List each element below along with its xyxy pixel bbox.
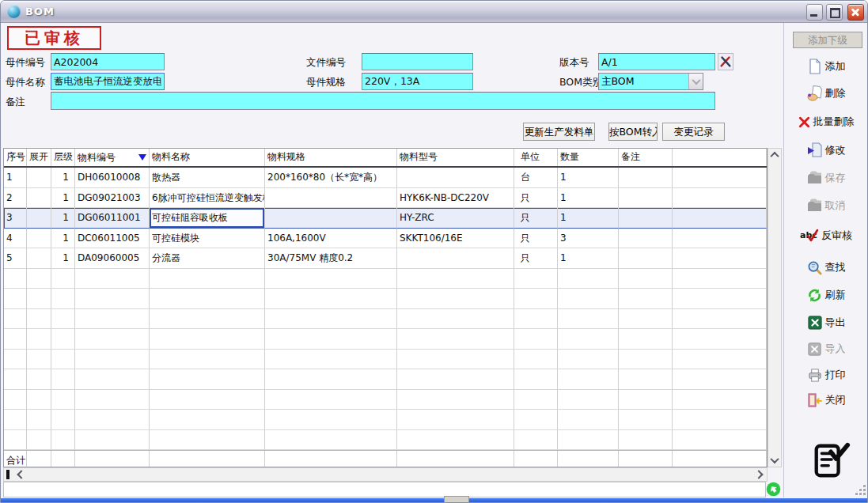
- cell-material-name[interactable]: 散热器: [150, 168, 265, 188]
- cell-blank[interactable]: [673, 188, 767, 209]
- cell-remark[interactable]: [619, 248, 673, 269]
- cell-material-spec[interactable]: [265, 208, 397, 229]
- cell-remark[interactable]: [619, 188, 673, 209]
- resize-grip[interactable]: [855, 484, 867, 497]
- cell-expand[interactable]: [27, 229, 51, 249]
- change-records-button[interactable]: 变更记录: [662, 123, 725, 141]
- sidebar-button-batch-delete[interactable]: 批量删除: [784, 113, 868, 130]
- cell-unit[interactable]: 只: [514, 188, 558, 209]
- cell-material-spec[interactable]: 30A/75MV 精度0.2: [265, 248, 397, 269]
- vertical-scrollbar[interactable]: [768, 148, 782, 467]
- horizontal-scrollbar[interactable]: [3, 467, 768, 482]
- cell-material-name[interactable]: 分流器: [150, 248, 265, 269]
- sidebar-button-find[interactable]: 查找: [784, 259, 868, 276]
- cell-material-model[interactable]: HYK6K-NB-DC220V: [397, 188, 514, 209]
- cell-material-no[interactable]: DG06011001: [75, 208, 150, 229]
- cell-unit[interactable]: 只: [514, 248, 558, 269]
- cell-remark[interactable]: [619, 229, 673, 249]
- cell-expand[interactable]: [27, 168, 51, 188]
- cell-material-name[interactable]: 可控硅模块: [150, 229, 265, 249]
- doc-no-field[interactable]: [362, 53, 473, 70]
- transfer-by-bom-button[interactable]: 按BOM转入: [608, 123, 658, 141]
- cell-material-model[interactable]: [397, 248, 514, 269]
- material-name-editbox[interactable]: 可控硅阻容吸收板: [150, 208, 265, 229]
- close-button[interactable]: [847, 4, 864, 21]
- header-material-spec[interactable]: 物料规格: [265, 149, 397, 166]
- remark-field[interactable]: [51, 92, 715, 110]
- sidebar-button-add[interactable]: 添加: [784, 58, 868, 75]
- cell-level[interactable]: 1: [51, 229, 75, 249]
- cell-level[interactable]: 1: [51, 188, 75, 209]
- header-material-no[interactable]: 物料编号: [75, 149, 150, 166]
- scroll-left-icon[interactable]: [15, 468, 28, 481]
- cell-qty[interactable]: 1: [558, 248, 619, 269]
- update-issue-list-button[interactable]: 更新生产发料单: [523, 123, 595, 141]
- cell-seq[interactable]: 2: [4, 188, 27, 209]
- cell-remark[interactable]: [619, 168, 673, 188]
- cell-level[interactable]: 1: [51, 168, 75, 188]
- splitter-handle[interactable]: [444, 496, 469, 503]
- cell-level[interactable]: 1: [51, 248, 75, 269]
- sidebar-button-print[interactable]: 打印: [784, 366, 868, 384]
- cell-qty[interactable]: 1: [558, 208, 619, 229]
- sidebar-button-close[interactable]: 关闭: [784, 391, 868, 409]
- maximize-button[interactable]: [826, 4, 843, 21]
- cell-qty[interactable]: 1: [558, 168, 619, 188]
- sidebar-button-export[interactable]: 导出: [784, 314, 868, 331]
- table-row[interactable]: 5 1 DA09060005 分流器 30A/75MV 精度0.2 只 1: [4, 248, 767, 269]
- cell-blank[interactable]: [673, 168, 767, 188]
- cell-blank[interactable]: [673, 229, 767, 249]
- cell-qty[interactable]: 3: [558, 229, 619, 249]
- table-row[interactable]: 4 1 DC06011005 可控硅模块 106A,1600V SKKT106/…: [4, 229, 767, 249]
- cell-material-no[interactable]: DA09060005: [75, 248, 150, 269]
- scroll-right-icon[interactable]: [752, 468, 765, 481]
- cell-material-no[interactable]: DH06010008: [75, 168, 150, 188]
- header-material-name[interactable]: 物料名称: [150, 149, 265, 166]
- cell-material-model[interactable]: SKKT106/16E: [397, 229, 514, 249]
- cell-remark[interactable]: [619, 208, 673, 229]
- cell-seq[interactable]: 4: [4, 229, 27, 249]
- cell-material-spec[interactable]: 106A,1600V: [265, 229, 397, 249]
- cell-material-spec[interactable]: 200*160*80（长*宽*高）: [265, 168, 397, 188]
- cell-unit[interactable]: 只: [514, 229, 558, 249]
- parent-spec-field[interactable]: [362, 73, 473, 90]
- cell-level[interactable]: 1: [51, 208, 75, 229]
- cell-blank[interactable]: [673, 208, 767, 229]
- cell-expand[interactable]: [27, 208, 51, 229]
- parent-no-field[interactable]: [51, 53, 165, 70]
- cell-material-model[interactable]: HY-ZRC: [397, 208, 514, 229]
- chevron-down-icon[interactable]: [688, 74, 703, 89]
- cell-material-name[interactable]: 6脉冲可控硅恒流逆变触发板: [150, 188, 265, 209]
- header-level[interactable]: 层级: [51, 149, 75, 166]
- version-clear-button[interactable]: [718, 53, 733, 70]
- version-field[interactable]: [598, 53, 715, 70]
- green-status-icon[interactable]: [766, 482, 781, 497]
- cell-unit[interactable]: 台: [514, 168, 558, 188]
- bom-type-dropdown[interactable]: 主BOM: [598, 73, 703, 90]
- sidebar-button-modify[interactable]: 修改: [784, 142, 868, 159]
- header-seq[interactable]: 序号: [4, 149, 27, 166]
- header-qty[interactable]: 数量: [558, 149, 619, 166]
- cell-seq[interactable]: 5: [4, 248, 27, 269]
- scroll-up-icon[interactable]: [768, 149, 781, 161]
- cell-blank[interactable]: [673, 248, 767, 269]
- sidebar-button-delete[interactable]: 删除: [784, 85, 868, 102]
- cell-expand[interactable]: [27, 248, 51, 269]
- cell-qty[interactable]: 1: [558, 188, 619, 209]
- minimize-button[interactable]: [806, 4, 823, 21]
- scroll-down-icon[interactable]: [768, 454, 781, 467]
- header-expand[interactable]: 展开: [27, 149, 51, 166]
- cell-expand[interactable]: [27, 188, 51, 209]
- header-material-model[interactable]: 物料型号: [397, 149, 514, 166]
- header-unit[interactable]: 单位: [514, 149, 558, 166]
- cell-material-model[interactable]: [397, 168, 514, 188]
- parent-name-field[interactable]: [51, 73, 165, 90]
- table-row[interactable]: 1 1 DH06010008 散热器 200*160*80（长*宽*高） 台 1: [4, 168, 767, 188]
- cell-unit[interactable]: 只: [514, 208, 558, 229]
- sidebar-button-refresh[interactable]: 刷新: [784, 286, 868, 304]
- sidebar-button-unaudit[interactable]: abc 反审核: [784, 227, 868, 244]
- cell-material-spec[interactable]: [265, 188, 397, 209]
- table-row-selected[interactable]: 3 1 DG06011001 可控硅阻容吸收板 HY-ZRC 只 1: [4, 208, 767, 229]
- cell-seq[interactable]: 3: [4, 208, 27, 229]
- cell-seq[interactable]: 1: [4, 168, 27, 188]
